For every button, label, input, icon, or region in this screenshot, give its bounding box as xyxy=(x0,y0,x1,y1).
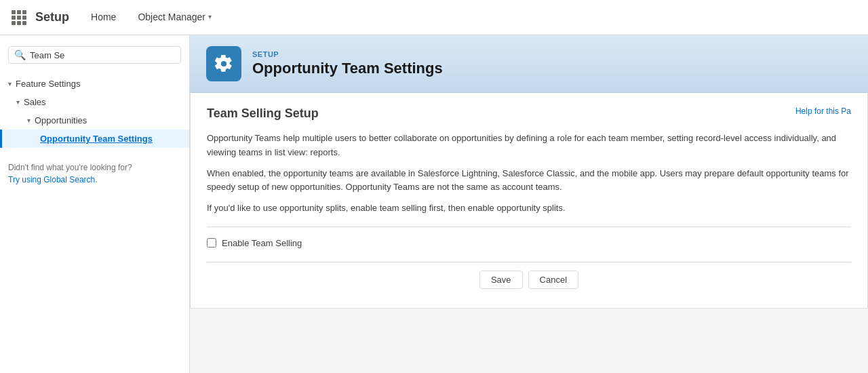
opportunities-label: Opportunities xyxy=(35,115,87,125)
dot-1 xyxy=(12,10,16,14)
chevron-opportunities: ▾ xyxy=(27,117,31,124)
sidebar-item-feature-settings[interactable]: ▾ Feature Settings xyxy=(0,75,189,93)
tab-home[interactable]: Home xyxy=(80,0,127,35)
dot-5 xyxy=(17,16,21,20)
enable-team-selling-label[interactable]: Enable Team Selling xyxy=(222,238,302,248)
dot-2 xyxy=(17,10,21,14)
setup-title: Setup xyxy=(35,10,69,24)
search-box: 🔍 xyxy=(8,46,181,64)
enable-team-selling-checkbox[interactable] xyxy=(207,238,216,248)
page-header-text: SETUP Opportunity Team Settings xyxy=(252,50,443,77)
action-buttons: Save Cancel xyxy=(207,262,851,294)
dot-4 xyxy=(12,16,16,20)
nav-tabs: Home Object Manager ▾ xyxy=(80,0,222,35)
sidebar: 🔍 ▾ Feature Settings ▾ Sales ▾ Opportuni… xyxy=(0,35,190,373)
gear-icon xyxy=(214,54,233,73)
page-header: SETUP Opportunity Team Settings xyxy=(190,35,868,93)
page-header-title: Opportunity Team Settings xyxy=(252,60,443,77)
page-header-icon-container xyxy=(206,46,241,81)
app-launcher[interactable] xyxy=(8,7,30,28)
tab-object-manager-label: Object Manager xyxy=(138,12,205,22)
page-header-setup-label: SETUP xyxy=(252,50,443,58)
not-found-text: Didn't find what you're looking for? xyxy=(8,163,132,172)
content-card-inner: Team Selling Setup Help for this Pa Oppo… xyxy=(191,93,867,308)
content-card: Team Selling Setup Help for this Pa Oppo… xyxy=(190,93,868,309)
chevron-sales: ▾ xyxy=(16,98,20,106)
sidebar-item-opportunity-team-settings[interactable]: Opportunity Team Settings xyxy=(0,130,189,148)
top-nav: Setup Home Object Manager ▾ xyxy=(0,0,868,35)
save-button[interactable]: Save xyxy=(479,271,523,289)
app-launcher-grid xyxy=(12,10,26,25)
sidebar-not-found: Didn't find what you're looking for? Try… xyxy=(0,151,189,197)
opportunity-team-settings-label: Opportunity Team Settings xyxy=(40,134,153,144)
checkbox-row: Enable Team Selling xyxy=(207,238,851,248)
content-card-header: Team Selling Setup Help for this Pa xyxy=(207,106,851,121)
app-wrapper: Setup Home Object Manager ▾ 🔍 ▾ Feature … xyxy=(0,0,868,373)
help-link[interactable]: Help for this Pa xyxy=(795,106,851,116)
chevron-feature-settings: ▾ xyxy=(8,80,12,87)
section-title: Team Selling Setup xyxy=(207,106,319,121)
dot-6 xyxy=(22,16,26,20)
dot-7 xyxy=(12,21,16,25)
dot-9 xyxy=(22,21,26,25)
content-area: SETUP Opportunity Team Settings Team Sel… xyxy=(190,35,868,373)
search-icon: 🔍 xyxy=(14,50,26,60)
tab-object-manager[interactable]: Object Manager ▾ xyxy=(127,0,222,35)
description-3: If you'd like to use opportunity splits,… xyxy=(207,201,851,216)
sidebar-item-sales[interactable]: ▾ Sales xyxy=(0,93,189,111)
object-manager-dropdown-icon[interactable]: ▾ xyxy=(208,13,212,20)
description-1: Opportunity Teams help multiple users to… xyxy=(207,132,851,160)
dot-8 xyxy=(17,21,21,25)
cancel-button[interactable]: Cancel xyxy=(528,271,578,289)
search-input[interactable] xyxy=(30,50,175,60)
main-area: 🔍 ▾ Feature Settings ▾ Sales ▾ Opportuni… xyxy=(0,35,868,373)
divider xyxy=(207,227,851,227)
sidebar-section-feature-settings: ▾ Feature Settings ▾ Sales ▾ Opportuniti… xyxy=(0,75,189,148)
dot-3 xyxy=(22,10,26,14)
sidebar-item-opportunities[interactable]: ▾ Opportunities xyxy=(0,111,189,130)
sales-label: Sales xyxy=(24,97,46,107)
description-2: When enabled, the opportunity teams are … xyxy=(207,167,851,195)
not-found-link[interactable]: Try using Global Search. xyxy=(8,175,98,184)
feature-settings-label: Feature Settings xyxy=(16,79,80,89)
